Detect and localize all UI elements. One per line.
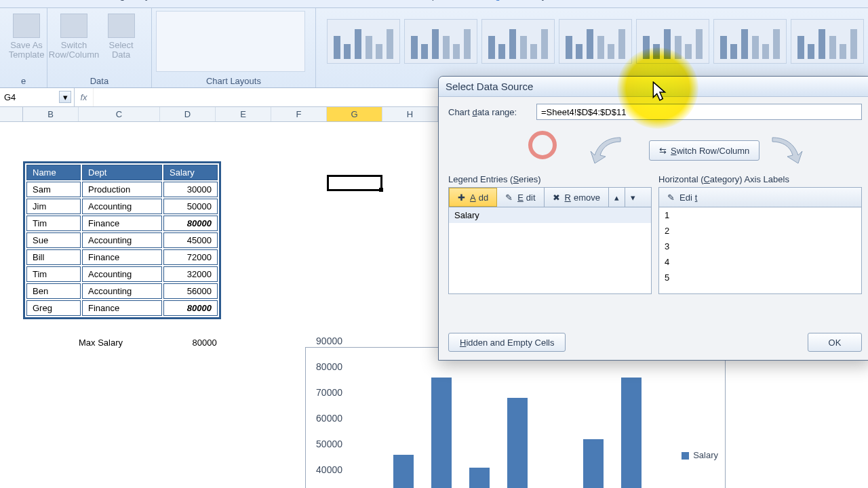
chart-bar[interactable]	[393, 455, 414, 488]
fx-icon[interactable]: fx	[75, 88, 94, 106]
hdr-name: Name	[26, 165, 81, 180]
series-listbox[interactable]: Salary	[448, 207, 652, 294]
cell-salary[interactable]: 45000	[163, 232, 218, 248]
select-data-source-dialog[interactable]: Select Data Source Chart data range: ⇆ S…	[438, 76, 868, 361]
cell-salary[interactable]: 80000	[163, 300, 218, 316]
chart-style-4[interactable]	[559, 19, 632, 64]
cell-name[interactable]: Tim	[26, 216, 81, 231]
cell-name[interactable]: Tim	[26, 266, 81, 282]
edit-icon: ✎	[505, 192, 515, 202]
tab-format[interactable]: Format	[583, 0, 616, 1]
col-B[interactable]: B	[23, 107, 79, 121]
chart-data-range-input[interactable]	[536, 104, 862, 120]
tab-formulas[interactable]: Formulas	[187, 0, 230, 1]
group-type-label: e	[0, 76, 47, 86]
name-box-dropdown[interactable]: ▾	[59, 91, 71, 103]
edit-axis-button[interactable]: ✎Edit	[659, 188, 705, 207]
chart-style-1[interactable]	[327, 19, 400, 64]
arrow-right-icon	[771, 135, 805, 165]
cell-salary[interactable]: 30000	[163, 182, 218, 197]
cell-dept[interactable]: Accounting	[82, 266, 162, 282]
tab-layout[interactable]: Layout	[530, 0, 561, 1]
table-row[interactable]: SueAccounting45000	[26, 232, 218, 248]
edit-series-button[interactable]: ✎Edit	[497, 188, 544, 207]
axis-item[interactable]: 3	[659, 239, 861, 254]
select-data-button[interactable]: Select Data	[99, 11, 144, 72]
max-salary-label: Max Salary	[79, 338, 159, 348]
cell-salary[interactable]: 80000	[163, 216, 218, 231]
tab-developer[interactable]: Developer	[400, 0, 446, 1]
data-table[interactable]: Name Dept Salary SamProduction30000JimAc…	[23, 161, 221, 319]
move-up-button[interactable]: ▴	[609, 188, 625, 207]
active-cell[interactable]	[327, 175, 382, 191]
tab-pagelayout[interactable]: Page Layout	[107, 0, 164, 1]
tab-review[interactable]: Review	[301, 0, 334, 1]
cell-dept[interactable]: Finance	[82, 216, 162, 231]
embedded-chart[interactable]: 0100002000030000400005000060000700008000…	[305, 347, 726, 488]
axis-item[interactable]: 2	[659, 223, 861, 239]
cell-name[interactable]: Ben	[26, 283, 81, 299]
cell-dept[interactable]: Accounting	[82, 232, 162, 248]
cell-salary[interactable]: 50000	[163, 199, 218, 214]
table-row[interactable]: BenAccounting56000	[26, 283, 218, 299]
tab-insert[interactable]: Insert	[57, 0, 83, 1]
table-row[interactable]: TimFinance80000	[26, 216, 218, 231]
dialog-title[interactable]: Select Data Source	[439, 77, 868, 97]
table-row[interactable]: JimAccounting50000	[26, 199, 218, 214]
axis-item[interactable]: 1	[659, 207, 861, 223]
switch-row-column-button[interactable]: Switch Row/Column	[52, 11, 96, 72]
remove-series-button[interactable]: ✖Remove	[545, 188, 609, 207]
ok-button[interactable]: OK	[808, 333, 862, 352]
cell-dept[interactable]: Finance	[82, 249, 162, 265]
chart-bar[interactable]	[583, 439, 604, 488]
select-all-corner[interactable]	[0, 107, 23, 121]
chart-style-5[interactable]	[636, 19, 709, 64]
cell-dept[interactable]: Finance	[82, 300, 162, 316]
table-row[interactable]: BillFinance72000	[26, 249, 218, 265]
cell-name[interactable]: Sue	[26, 232, 81, 248]
tab-design[interactable]: Design	[475, 0, 507, 1]
cell-salary[interactable]: 72000	[163, 249, 218, 265]
table-row[interactable]: TimAccounting32000	[26, 266, 218, 282]
chart-style-3[interactable]	[481, 19, 555, 64]
cell-salary[interactable]: 56000	[163, 283, 218, 299]
chart-bar[interactable]	[469, 468, 490, 488]
chart-bar[interactable]	[621, 378, 642, 488]
axis-listbox[interactable]: 12345	[658, 207, 862, 294]
col-C[interactable]: C	[79, 107, 160, 121]
hidden-empty-cells-button[interactable]: HHidden and Empty Cellsidden and Empty C…	[448, 333, 566, 352]
col-F[interactable]: F	[271, 107, 327, 121]
chart-bar[interactable]	[431, 378, 452, 488]
axis-item[interactable]: 4	[659, 254, 861, 270]
chart-layouts-gallery[interactable]	[156, 11, 305, 72]
cell-salary[interactable]: 32000	[163, 266, 218, 282]
move-down-button[interactable]: ▾	[625, 188, 641, 207]
axis-item[interactable]: 5	[659, 270, 861, 285]
add-series-button[interactable]: ✚Add	[449, 188, 497, 207]
col-E[interactable]: E	[216, 107, 271, 121]
save-as-template-button[interactable]: Save As Template	[4, 11, 49, 72]
col-G[interactable]: G	[327, 107, 382, 121]
col-H[interactable]: H	[382, 107, 438, 121]
tab-view[interactable]: View	[355, 0, 377, 1]
chart-bar[interactable]	[507, 398, 528, 488]
cell-name[interactable]: Sam	[26, 182, 81, 197]
cell-dept[interactable]: Production	[82, 182, 162, 197]
cell-name[interactable]: Jim	[26, 199, 81, 214]
chart-styles-gallery[interactable]	[320, 11, 864, 64]
table-row[interactable]: SamProduction30000	[26, 182, 218, 197]
col-D[interactable]: D	[160, 107, 216, 121]
chart-style-7[interactable]	[791, 19, 864, 64]
cell-name[interactable]: Greg	[26, 300, 81, 316]
table-row[interactable]: GregFinance80000	[26, 300, 218, 316]
switch-row-column-dialog-button[interactable]: ⇆ SSwitch Row/Columnwitch Row/Column	[649, 140, 760, 161]
chart-style-6[interactable]	[713, 19, 787, 64]
chart-style-2[interactable]	[404, 19, 477, 64]
cell-dept[interactable]: Accounting	[82, 199, 162, 214]
name-box[interactable]: G4 ▾	[0, 88, 75, 106]
tab-data[interactable]: Data	[254, 0, 275, 1]
tab-home[interactable]: Home	[7, 0, 34, 1]
cell-name[interactable]: Bill	[26, 249, 81, 265]
cell-dept[interactable]: Accounting	[82, 283, 162, 299]
series-item[interactable]: Salary	[449, 207, 651, 223]
